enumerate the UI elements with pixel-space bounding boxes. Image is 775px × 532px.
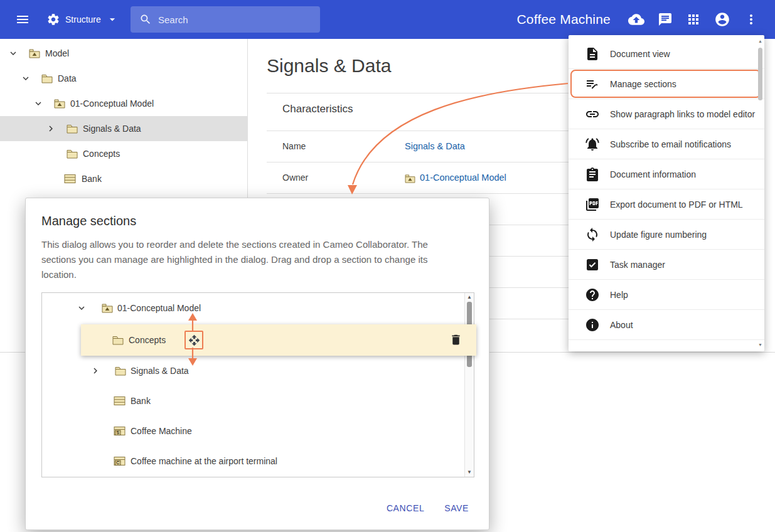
menu-item-export-pdf[interactable]: Export document to PDF or HTML	[569, 189, 764, 220]
chevron-down-icon[interactable]	[20, 73, 31, 84]
chevron-down-icon[interactable]	[8, 48, 19, 59]
apps-grid-icon[interactable]	[686, 12, 701, 27]
tree-item-coffee-machine[interactable]: S Coffee Machine	[42, 416, 465, 446]
cloud-upload-icon[interactable]	[628, 11, 644, 28]
model-icon	[102, 304, 113, 313]
app-root: Structure Coffee Machine	[0, 0, 775, 532]
search-input[interactable]	[158, 14, 296, 25]
class-icon	[64, 174, 76, 184]
document-title: Coffee Machine	[516, 12, 611, 27]
topbar-actions: Coffee Machine	[516, 0, 775, 39]
help-icon	[585, 287, 600, 302]
account-icon[interactable]	[714, 11, 730, 28]
hamburger-menu-icon[interactable]	[15, 12, 30, 27]
menu-item-subscribe-notifications[interactable]: Subscribe to email notifications	[569, 129, 764, 159]
document-icon	[585, 46, 600, 61]
chevron-down-icon[interactable]	[33, 98, 44, 109]
dialog-title: Manage sections	[41, 214, 136, 228]
menu-item-about[interactable]: About	[569, 310, 764, 340]
info-icon	[585, 317, 600, 332]
cancel-button[interactable]: CANCEL	[387, 503, 424, 513]
tree-item-conceptual-model[interactable]: 01-Conceptual Model	[42, 293, 465, 323]
svg-text:S: S	[116, 430, 119, 435]
sidebar-item-signals-data[interactable]: Signals & Data	[0, 116, 248, 141]
menu-item-show-paragraph-links[interactable]: Show paragraph links to model editor	[569, 99, 764, 129]
tree-item-coffee-machine-airport[interactable]: C Coffee machine at the airport terminal	[42, 446, 465, 476]
scroll-down-icon[interactable]: ▼	[465, 469, 474, 476]
sidebar-item-bank[interactable]: Bank	[0, 166, 248, 191]
menu-item-task-manager[interactable]: Task manager	[569, 250, 764, 280]
link-icon	[585, 107, 600, 122]
svg-text:C: C	[116, 460, 120, 466]
menu-item-document-information[interactable]: Document information	[569, 159, 764, 189]
refresh-icon	[585, 227, 600, 242]
menu-item-manage-sections[interactable]: Manage sections	[569, 69, 764, 99]
search-box[interactable]	[131, 6, 320, 33]
model-icon	[29, 49, 40, 58]
structure-selector[interactable]: Structure	[46, 0, 119, 39]
class-c-icon: C	[114, 456, 126, 466]
scroll-up-icon[interactable]: ▲	[465, 294, 474, 301]
topbar: Structure Coffee Machine	[0, 0, 775, 39]
owner-value-link[interactable]: 01-Conceptual Model	[420, 173, 506, 183]
drag-handle[interactable]	[184, 331, 203, 349]
tree-item-bank[interactable]: Bank	[42, 386, 465, 416]
chevron-right-icon[interactable]	[45, 123, 56, 134]
folder-icon	[115, 366, 126, 376]
menu-item-document-view[interactable]: Document view	[569, 39, 764, 69]
row-label: Owner	[282, 173, 405, 183]
sidebar-item-conceptual-model[interactable]: 01-Conceptual Model	[0, 91, 248, 116]
menu-scrollbar[interactable]: ▲ ▼	[757, 39, 763, 348]
sections-tree: 01-Conceptual Model Concepts Signals & D…	[41, 292, 474, 477]
tree-scrollbar[interactable]: ▲ ▼	[464, 293, 474, 477]
scrollbar-thumb[interactable]	[758, 48, 762, 100]
structure-label: Structure	[65, 14, 101, 24]
delete-icon[interactable]	[449, 333, 462, 346]
chevron-right-icon[interactable]	[90, 365, 101, 376]
chevron-down-icon	[106, 13, 119, 26]
folder-icon	[67, 124, 78, 134]
class-icon	[114, 396, 126, 406]
model-icon	[54, 99, 65, 109]
manage-sections-icon	[585, 77, 600, 92]
kebab-menu-icon[interactable]	[744, 12, 759, 27]
dialog-description: This dialog allows you to reorder and de…	[41, 237, 463, 282]
dialog-actions: CANCEL SAVE	[387, 503, 469, 513]
tree-item-concepts-dragging[interactable]: Concepts	[81, 324, 476, 356]
page-title: Signals & Data	[267, 55, 391, 77]
comments-icon[interactable]	[658, 12, 673, 27]
menu-item-help[interactable]: Help	[569, 280, 764, 310]
pdf-icon	[585, 197, 600, 212]
scroll-up-icon[interactable]: ▲	[757, 39, 763, 44]
manage-sections-dialog: Manage sections This dialog allows you t…	[25, 198, 489, 530]
tree-item-signals-data[interactable]: Signals & Data	[42, 356, 465, 386]
name-value-link[interactable]: Signals & Data	[405, 141, 465, 151]
search-icon	[139, 13, 152, 26]
model-icon	[405, 174, 415, 183]
folder-icon	[67, 149, 78, 159]
chevron-down-icon[interactable]	[76, 302, 87, 314]
bell-icon	[585, 137, 600, 152]
menu-item-update-figure-numbering[interactable]: Update figure numbering	[569, 220, 764, 250]
move-icon	[188, 334, 200, 346]
sidebar-item-concepts[interactable]: Concepts	[0, 141, 248, 166]
document-actions-menu: Document view Manage sections Show parag…	[569, 35, 764, 351]
save-button[interactable]: SAVE	[444, 503, 469, 513]
sidebar-item-model[interactable]: Model	[0, 41, 248, 66]
scroll-down-icon[interactable]: ▼	[757, 343, 763, 348]
task-manager-icon	[585, 257, 600, 272]
sidebar-item-data[interactable]: Data	[0, 66, 248, 91]
folder-icon	[41, 74, 53, 83]
folder-icon	[112, 336, 124, 345]
gear-icon	[46, 13, 60, 26]
clipboard-icon	[585, 167, 600, 182]
characteristics-heading: Characteristics	[282, 103, 353, 115]
signal-icon: S	[114, 426, 126, 436]
row-label: Name	[282, 141, 405, 151]
